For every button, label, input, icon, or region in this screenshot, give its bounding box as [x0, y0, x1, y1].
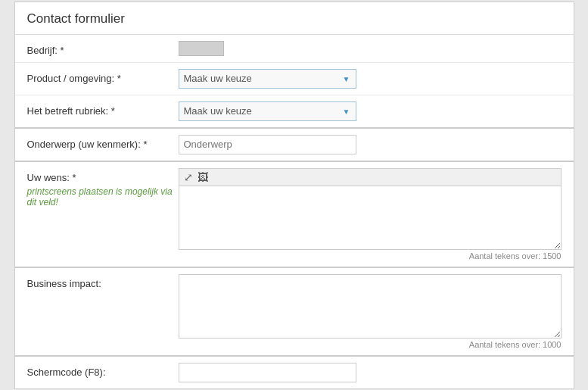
- contact-form: Contact formulier Bedrijf: * Product / o…: [14, 2, 574, 389]
- business-impact-field: Aantal tekens over: 1000: [179, 274, 562, 349]
- business-impact-inner: Business impact: Aantal tekens over: 100…: [27, 274, 562, 349]
- uw-wens-row: Uw wens: * printscreens plaatsen is moge…: [15, 162, 574, 268]
- uw-wens-textarea[interactable]: [179, 186, 562, 250]
- product-label: Product / omgeving: *: [27, 69, 179, 84]
- schermcode-row: Schermcode (F8):: [15, 357, 574, 388]
- onderwerp-row: Onderwerp (uw kenmerk): *: [15, 129, 574, 162]
- product-select-wrapper: Maak uw keuze: [179, 69, 356, 89]
- schermcode-field: [179, 363, 562, 382]
- rubriek-label: Het betreft rubriek: *: [27, 101, 179, 117]
- uw-wens-inner: Uw wens: * printscreens plaatsen is moge…: [27, 168, 562, 261]
- business-impact-char-count: Aantal tekens over: 1000: [179, 340, 562, 349]
- schermcode-label: Schermcode (F8):: [27, 363, 179, 378]
- rubriek-row: Het betreft rubriek: * Maak uw keuze: [15, 95, 574, 129]
- bedrijf-row: Bedrijf: *: [15, 35, 574, 63]
- expand-icon[interactable]: ⤢: [184, 171, 193, 183]
- product-row: Product / omgeving: * Maak uw keuze: [15, 63, 574, 95]
- rubriek-field: Maak uw keuze: [179, 101, 562, 121]
- schermcode-input[interactable]: [179, 363, 356, 382]
- onderwerp-field: [179, 135, 562, 154]
- rubriek-select-wrapper: Maak uw keuze: [179, 101, 356, 121]
- image-icon[interactable]: 🖼: [198, 171, 208, 183]
- uw-wens-label: Uw wens: *: [27, 172, 76, 183]
- bedrijf-label: Bedrijf: *: [27, 41, 179, 56]
- uw-wens-hint: printscreens plaatsen is mogelijk via di…: [27, 186, 179, 207]
- uw-wens-char-count: Aantal tekens over: 1500: [179, 251, 562, 261]
- rubriek-select[interactable]: Maak uw keuze: [179, 101, 356, 121]
- bedrijf-input-display: [179, 41, 224, 56]
- business-impact-label: Business impact:: [27, 274, 179, 289]
- product-field: Maak uw keuze: [179, 69, 562, 89]
- business-impact-row: Business impact: Aantal tekens over: 100…: [15, 268, 574, 357]
- uw-wens-toolbar: ⤢ 🖼: [179, 168, 562, 186]
- uw-wens-field: ⤢ 🖼 Aantal tekens over: 1500: [179, 168, 562, 261]
- form-title: Contact formulier: [15, 2, 574, 35]
- product-select[interactable]: Maak uw keuze: [179, 69, 356, 89]
- onderwerp-label: Onderwerp (uw kenmerk): *: [27, 135, 179, 150]
- business-impact-textarea[interactable]: [179, 274, 562, 339]
- uw-wens-label-block: Uw wens: * printscreens plaatsen is moge…: [27, 168, 179, 207]
- onderwerp-input[interactable]: [179, 135, 356, 154]
- bedrijf-field: [179, 41, 562, 56]
